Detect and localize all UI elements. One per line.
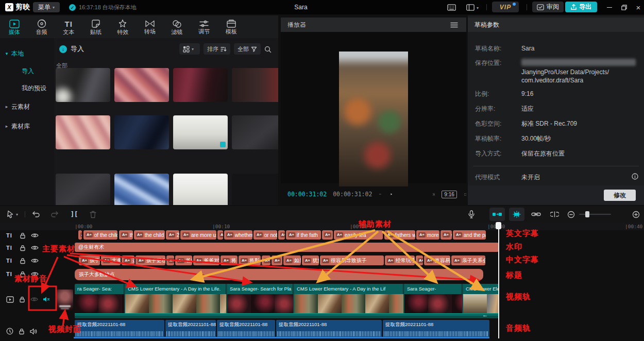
title-clip[interactable]: 孩子大多数缺点 (75, 269, 483, 280)
subtitle-clip-zh[interactable]: A≡经常玩手 (385, 255, 415, 265)
video-clip-title[interactable]: ra Seager- Sea: (75, 284, 124, 294)
subtitle-clip-zh[interactable]: A≡将影 (239, 255, 261, 265)
zoom-slider-handle[interactable] (585, 211, 589, 217)
modify-button[interactable]: 修改 (604, 190, 636, 201)
subtitle-clip-en[interactable]: A≡ (78, 230, 82, 240)
subtitle-clip-en[interactable]: A≡th (322, 230, 333, 240)
subtitle-clip-en[interactable]: A≡ (278, 230, 285, 240)
lock-icon[interactable] (19, 296, 26, 303)
tab-sticker[interactable]: 贴纸 (83, 17, 109, 37)
unlink-toggle[interactable] (549, 209, 560, 219)
subtitle-clip-en[interactable]: A≡and the pa (453, 230, 486, 240)
video-track[interactable]: ra Seager- Sea:CMS Lower Elementary - A … (75, 284, 499, 318)
select-tool[interactable] (5, 209, 15, 219)
video-clip-filmstrip[interactable] (125, 294, 226, 313)
subtitle-clip-zh[interactable]: A≡亲子关系会 (451, 255, 485, 265)
subtitle-clip-zh[interactable]: A≡ (272, 255, 282, 265)
subtitle-clip-en[interactable]: A≡w (440, 230, 452, 240)
aspect-ratio-button[interactable]: 9:16 (442, 191, 456, 198)
split-tool[interactable]: ][ (69, 209, 79, 219)
restore-button[interactable] (617, 0, 631, 14)
play-button[interactable] (391, 191, 393, 198)
media-thumbnail[interactable] (173, 68, 228, 102)
subtitle-clip-en[interactable]: A≡more l (416, 230, 439, 240)
subtitle-clip-zh[interactable]: A≡如果 (283, 255, 301, 265)
subtitle-clip-zh[interactable]: A≡ (262, 255, 270, 265)
media-thumbnail[interactable] (232, 115, 278, 149)
search-icon[interactable] (263, 44, 273, 55)
zoom-out-button[interactable] (566, 209, 576, 219)
tab-media[interactable]: 媒体 (2, 17, 27, 37)
workspace-layout-icon[interactable] (465, 2, 476, 12)
tab-adjust[interactable]: 调节 (191, 17, 217, 37)
video-clip-filmstrip[interactable] (75, 294, 124, 313)
subtitle-clip-zh[interactable]: A≡孩子 (79, 255, 100, 265)
sidebar-item-import[interactable]: 导入 (0, 65, 54, 77)
review-button[interactable]: 审阅 (532, 2, 564, 12)
tab-template[interactable]: 模板 (218, 17, 244, 37)
lock-icon[interactable] (18, 328, 25, 335)
video-clip-filmstrip[interactable] (463, 294, 499, 313)
subtitle-clip-en[interactable]: A≡th (119, 230, 133, 240)
media-thumbnail[interactable] (114, 174, 169, 205)
preview-quality-icon[interactable] (433, 190, 435, 199)
subtitle-clip-zh[interactable]: A≡将 (221, 255, 238, 265)
subtitle-clip-zh[interactable]: A≡ (416, 255, 423, 265)
subtitle-clip-en[interactable]: A≡whether t (224, 230, 252, 240)
tab-effects[interactable]: 特效 (110, 17, 135, 37)
select-tool-caret[interactable]: ▾ (16, 212, 18, 217)
media-thumbnail[interactable] (114, 115, 169, 149)
player-menu-icon[interactable] (450, 22, 458, 28)
audio-clip[interactable]: 提取音频20221101-88 (383, 320, 489, 337)
menu-button[interactable]: 菜单▾ (33, 2, 60, 12)
lock-icon[interactable] (19, 244, 26, 251)
subtitle-clip-en[interactable]: A≡easily lea (334, 230, 383, 240)
video-clip-filmstrip[interactable] (404, 294, 462, 313)
tab-filter[interactable]: 滤镜 (164, 17, 190, 37)
audio-clip[interactable]: 提取音频20221101-88 (165, 320, 216, 337)
zoom-in-button[interactable] (631, 209, 641, 219)
close-button[interactable]: × (632, 0, 644, 14)
playhead[interactable] (498, 222, 499, 338)
eye-icon[interactable] (30, 296, 38, 302)
lock-icon[interactable] (19, 232, 26, 239)
subtitle-clip-en[interactable]: A≡of the child (83, 230, 117, 240)
playhead-handle[interactable] (496, 222, 501, 229)
mute-icon[interactable] (43, 296, 50, 302)
subtitle-clip-zh[interactable]: A≡很容易导致孩子 (320, 255, 384, 265)
delete-button[interactable] (88, 209, 98, 219)
vip-badge[interactable]: VIP (492, 2, 519, 12)
subtitle-clip-en[interactable]: A≡are more us (180, 230, 216, 240)
subtitle-clip-en[interactable]: A≡or not (253, 230, 277, 240)
video-clip-title[interactable]: Sara Seager- (404, 284, 462, 294)
subtitle-clip-zh[interactable]: A≡犹豫 (302, 255, 319, 265)
video-clip-title[interactable]: CMS Lower Elementary - A Day (463, 284, 499, 294)
sidebar-item-presets[interactable]: 我的预设 (0, 82, 54, 94)
media-thumbnail[interactable] (173, 174, 228, 205)
undo-button[interactable] (31, 209, 41, 219)
export-button[interactable]: 导出 (565, 2, 597, 12)
minimize-button[interactable] (603, 0, 616, 14)
subtitle-clip-en[interactable]: A≡if the fath (286, 230, 321, 240)
clip-trim-handle[interactable]: ← (482, 312, 488, 318)
audio-clip[interactable]: 提取音频20221101-88 (75, 320, 164, 337)
subtitle-clip-zh[interactable]: A≡孩子更在意 (135, 255, 165, 265)
subtitle-clip-zh[interactable]: A≡这 (122, 255, 134, 265)
video-clip-title[interactable]: CMS Lower Elementary - A Day in the Life… (125, 284, 226, 294)
shortcut-keyboard-icon[interactable] (446, 2, 456, 12)
sidebar-item-library[interactable]: ▸素材库 (0, 120, 54, 132)
video-clip-title[interactable]: Sara Seager- Search for Pla (227, 284, 293, 294)
preview-axis-toggle[interactable] (509, 208, 524, 221)
workspace-caret-icon[interactable]: ▾ (477, 6, 479, 10)
info-icon[interactable] (632, 173, 638, 180)
audio-clip[interactable]: 提取音频20221101-88 (276, 320, 382, 337)
watermark-clip[interactable]: @生财有术 (75, 243, 499, 252)
media-thumbnail[interactable] (114, 68, 169, 102)
subtitle-clip-en[interactable]: A≡the child (134, 230, 165, 240)
filter-button[interactable]: 全部 (234, 43, 261, 55)
tab-text[interactable]: TI文本 (56, 17, 81, 37)
subtitle-clip-zh[interactable]: A≡爸爸 (175, 255, 192, 265)
tab-transition[interactable]: 转场 (137, 17, 163, 37)
subtitle-clip-en[interactable]: A≡ (217, 230, 223, 240)
media-thumbnail[interactable] (56, 68, 110, 102)
